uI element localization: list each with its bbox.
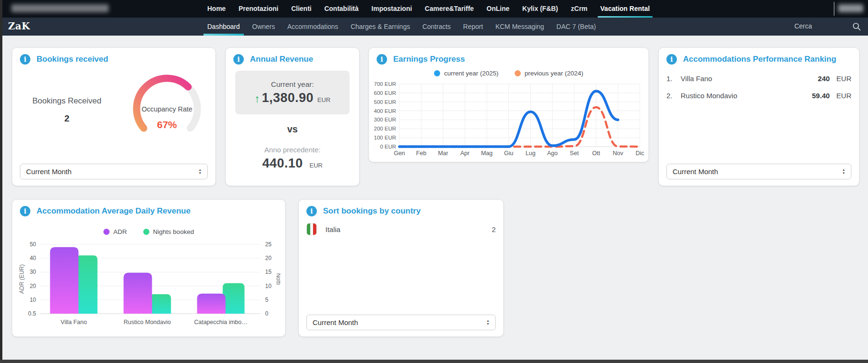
topnav-item-zcrm[interactable]: zCrm (571, 0, 588, 18)
topnav-item-contabilit-[interactable]: Contabilità (324, 0, 359, 18)
svg-text:ADR (EUR): ADR (EUR) (18, 264, 25, 294)
country-row: Italia2 (306, 222, 496, 237)
topnav-item-clienti[interactable]: Clienti (291, 0, 312, 18)
svg-text:500 EUR: 500 EUR (374, 99, 396, 105)
topnav-item-camere-tariffe[interactable]: Camere&Tariffe (425, 0, 474, 18)
earnings-legend: current year (2025)previous year (2024) (369, 70, 648, 77)
card-title: Sort bookings by country (323, 206, 421, 216)
svg-text:Apr: Apr (461, 150, 470, 157)
subnav-tab-charges-earnings[interactable]: Charges & Earnings (351, 18, 410, 36)
ranking-rows: 1.Villa Fano240EUR2.Rustico Mondavio59.4… (666, 70, 851, 104)
svg-text:10: 10 (30, 297, 37, 303)
svg-text:Feb: Feb (416, 150, 426, 157)
card-title: Accommodations Performance Ranking (683, 55, 836, 64)
topnav-item-home[interactable]: Home (207, 0, 226, 18)
search-label[interactable]: Cerca (794, 22, 812, 30)
topnav-item-online[interactable]: OnLine (487, 0, 509, 18)
subnav-tab-dashboard[interactable]: Dashboard (207, 18, 240, 36)
bookings-metric-label: Bookings Received (17, 96, 117, 106)
card-title: Accommodation Average Daily Revenue (37, 206, 191, 216)
redacted-user-badge (838, 4, 863, 12)
top-navbar: HomePrenotazioniClientiContabilitàImpost… (0, 0, 868, 18)
left-frame-strip (0, 0, 2, 363)
select-arrows-icon: ▲▼ (487, 319, 489, 326)
info-icon[interactable]: i (666, 54, 677, 65)
bookings-by-country-card: i Sort bookings by country Italia2 Curre… (298, 199, 504, 337)
adr-legend: ADRNights booked (12, 228, 285, 235)
bookings-metric: Bookings Received 2 (17, 96, 117, 124)
previous-year-value: 440.10 (262, 156, 303, 171)
legend-dot-icon (103, 229, 110, 235)
svg-text:Ago: Ago (547, 150, 558, 157)
country-rows: Italia2 (306, 222, 496, 237)
bookings-period-value: Current Month (26, 168, 199, 176)
country-period-select[interactable]: Current Month ▲▼ (306, 315, 496, 330)
italy-flag-icon (306, 223, 317, 235)
svg-text:400 EUR: 400 EUR (374, 108, 396, 114)
previous-year-label: Anno precedente: (226, 146, 359, 154)
svg-text:700 EUR: 700 EUR (374, 81, 396, 87)
svg-text:Rustico Mondavio: Rustico Mondavio (124, 319, 171, 326)
topnav-item-vacation-rental[interactable]: Vacation Rental (600, 0, 650, 18)
current-year-label: Current year: (271, 80, 314, 89)
subnav-tab-contracts[interactable]: Contracts (422, 18, 451, 36)
subnav-tab-owners[interactable]: Owners (252, 18, 275, 36)
search-icon[interactable] (852, 22, 861, 31)
info-icon[interactable]: i (20, 54, 30, 65)
svg-text:Ott: Ott (592, 150, 600, 157)
subnav-tab-kcm-messaging[interactable]: KCM Messaging (495, 18, 544, 36)
info-icon[interactable]: i (306, 206, 317, 216)
topnav-item-impostazioni[interactable]: Impostazioni (371, 0, 412, 18)
topnav-divider (834, 2, 834, 16)
bookings-period-select[interactable]: Current Month ▲▼ (20, 164, 208, 179)
occupancy-gauge: Occupancy Rate67% (124, 69, 210, 145)
svg-text:15: 15 (265, 269, 272, 275)
svg-text:600 EUR: 600 EUR (374, 90, 396, 96)
info-icon[interactable]: i (233, 54, 244, 65)
subnav-tab-report[interactable]: Report (463, 18, 483, 36)
legend-item[interactable]: Nights booked (143, 228, 194, 235)
bookings-received-card: i Bookings received Bookings Received 2 … (12, 47, 216, 186)
ranking-period-select[interactable]: Current Month ▲▼ (666, 164, 851, 179)
card-title: Annual Revenue (250, 55, 313, 64)
info-icon[interactable]: i (20, 206, 30, 216)
svg-text:Dic: Dic (636, 150, 644, 157)
current-year-box: Current year: ↑ 1,380.90 EUR (235, 71, 350, 114)
svg-text:Gen: Gen (394, 150, 405, 157)
ranking-period-value: Current Month (673, 168, 842, 176)
svg-text:5: 5 (265, 297, 268, 303)
previous-year-currency: EUR (310, 162, 323, 169)
zak-dashboard-app: HomePrenotazioniClientiContabilitàImpost… (0, 0, 868, 363)
svg-text:40: 40 (30, 255, 37, 261)
svg-text:Mag: Mag (481, 150, 492, 157)
svg-text:50: 50 (30, 241, 37, 248)
select-arrows-icon: ▲▼ (842, 168, 845, 175)
subnav-items: DashboardOwnersAccommodationsCharges & E… (207, 18, 596, 36)
topnav-item-prenotazioni[interactable]: Prenotazioni (239, 0, 278, 18)
svg-text:10: 10 (265, 283, 272, 289)
zak-logo: ZaK (8, 20, 30, 32)
subnav-tab-dac-7-beta-[interactable]: DAC 7 (Beta) (556, 18, 596, 36)
vacation-rental-subnav: ZaK DashboardOwnersAccommodationsCharges… (0, 18, 868, 36)
svg-text:Villa Fano: Villa Fano (61, 319, 87, 326)
topnav-item-kylix-f-b-[interactable]: Kylix (F&B) (522, 0, 558, 18)
legend-item[interactable]: ADR (103, 228, 127, 235)
ranking-row: 1.Villa Fano240EUR (666, 70, 851, 87)
svg-text:Notti: Notti (275, 273, 280, 285)
earnings-line-chart: 700 EUR600 EUR500 EUR400 EUR300 EUR200 E… (373, 81, 646, 161)
legend-dot-icon (143, 229, 149, 235)
svg-text:25: 25 (265, 241, 272, 248)
select-arrows-icon: ▲▼ (199, 168, 202, 175)
legend-item[interactable]: current year (2025) (434, 70, 499, 77)
svg-text:Set: Set (570, 150, 579, 157)
svg-text:100 EUR: 100 EUR (374, 135, 396, 140)
info-icon[interactable]: i (377, 54, 387, 65)
subnav-tab-accommodations[interactable]: Accommodations (287, 18, 338, 36)
svg-text:Nov: Nov (613, 150, 624, 157)
adr-card: i Accommodation Average Daily Revenue AD… (12, 199, 286, 337)
country-period-value: Current Month (313, 318, 487, 326)
legend-item[interactable]: previous year (2024) (515, 70, 583, 77)
bottom-frame-strip (0, 360, 868, 363)
bookings-metric-value: 2 (17, 113, 117, 124)
svg-text:Lug: Lug (526, 150, 536, 157)
